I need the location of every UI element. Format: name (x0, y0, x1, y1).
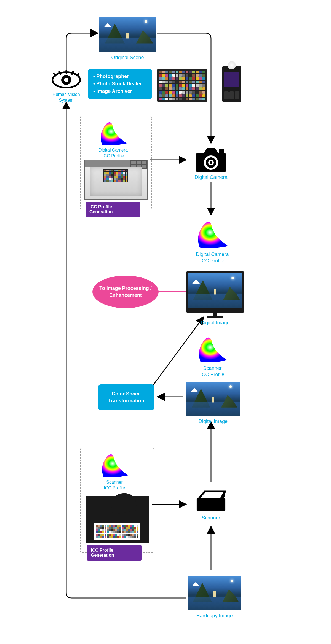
digital-image-label-2: Digital Image (186, 418, 240, 425)
eye-icon (51, 70, 81, 90)
cst-box: Color Space Transformation (98, 384, 154, 410)
camera-icc-label-2: Digital Camera ICC Profile (188, 251, 237, 264)
camera-icc-label: Digital Camera ICC Profile (88, 147, 138, 159)
human-vision-label-l2: System (59, 98, 73, 103)
scanner-gamut-icon-1 (194, 335, 230, 365)
icc-gen-label-2: ICC Profile Generation (87, 545, 142, 561)
light-meter-device (222, 66, 241, 102)
camera-gamut-icon-2 (193, 219, 232, 251)
digital-image-label-1: Digital Image (188, 320, 243, 326)
light-booth-device (84, 160, 148, 200)
human-vision-node: Human Vision System (51, 70, 81, 103)
to-processing-node: To Image Processing / Enhancement (92, 276, 159, 308)
scanner-label: Scanner (194, 515, 228, 521)
icc-gen-label-1: ICC Profile Generation (86, 202, 140, 217)
role-archiver: • Image Archiver (93, 88, 147, 95)
scanner-gamut-icon-2 (98, 452, 131, 479)
camera-gamut-icon (97, 120, 130, 147)
svg-rect-9 (197, 498, 225, 511)
roles-box: • Photographer • Photo Stock Dealer • Im… (88, 69, 152, 99)
monitor-device (186, 271, 244, 313)
scanner-calibration-device (86, 496, 149, 543)
color-checker-chart (157, 69, 207, 102)
svg-point-2 (64, 78, 68, 82)
digital-camera-node (194, 146, 228, 175)
hardcopy-label: Hardcopy Image (188, 613, 241, 619)
hardcopy-image (188, 576, 241, 610)
scanner-icon (194, 488, 228, 513)
svg-rect-4 (219, 149, 224, 153)
camera-icon (194, 146, 228, 174)
role-stock-dealer: • Photo Stock Dealer (93, 80, 147, 88)
scanner-node (194, 488, 228, 514)
human-vision-label-l1: Human Vision (52, 92, 80, 97)
scanner-icc-label-2: Scanner ICC Profile (92, 479, 137, 491)
scanner-icc-label-1: Scanner ICC Profile (190, 365, 234, 378)
digital-image-2 (186, 382, 240, 416)
digital-camera-label: Digital Camera (189, 174, 233, 180)
original-scene-image (99, 17, 156, 52)
original-scene-label: Original Scene (99, 55, 156, 61)
role-photographer: • Photographer (93, 73, 147, 80)
svg-point-8 (210, 161, 212, 164)
